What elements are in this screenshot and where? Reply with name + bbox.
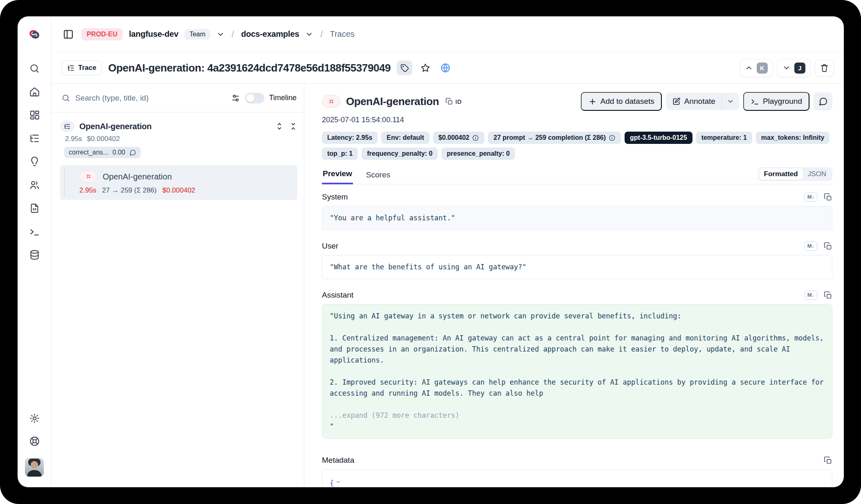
breadcrumb-section[interactable]: Traces bbox=[330, 29, 354, 39]
annotate-dropdown-chevron-icon[interactable] bbox=[722, 93, 739, 110]
tokens-badge: 27 prompt → 259 completion (Σ 286) bbox=[488, 132, 621, 144]
copy-icon[interactable] bbox=[824, 193, 832, 202]
public-globe-icon[interactable] bbox=[438, 61, 452, 75]
trace-tree-panel: Timeline OpenAI-generation bbox=[52, 84, 304, 487]
trace-score-badge[interactable]: correct_ans... 0.00 bbox=[64, 147, 141, 158]
assistant-paragraph: "Using an AI gateway in a system or netw… bbox=[330, 311, 825, 322]
assistant-label: Assistant bbox=[322, 291, 353, 300]
format-json-option[interactable]: JSON bbox=[803, 168, 831, 180]
timeline-toggle[interactable] bbox=[245, 93, 264, 103]
panel-left-toggle-icon[interactable] bbox=[61, 27, 75, 41]
metadata-label: Metadata bbox=[322, 456, 354, 465]
user-section: User M↓ "What are the benefits of using … bbox=[322, 242, 832, 279]
system-section: System M↓ "You are a helpful assistant." bbox=[322, 193, 832, 230]
assistant-closing-quote: " bbox=[330, 421, 825, 432]
trace-type-badge: Trace bbox=[61, 60, 102, 75]
tree-generation-row-selected[interactable]: OpenAI-generation 2.95s 27 → 259 (Σ 286)… bbox=[60, 165, 297, 200]
info-icon bbox=[609, 134, 616, 141]
shortcut-key-j: J bbox=[794, 63, 805, 74]
datasets-file-icon[interactable] bbox=[28, 202, 40, 214]
app-window: PROD-EU langfuse-dev Team / docs-example… bbox=[18, 16, 844, 487]
fold-all-icon[interactable] bbox=[289, 122, 297, 130]
score-value: 0.00 bbox=[112, 149, 125, 156]
tab-preview[interactable]: Preview bbox=[322, 169, 353, 184]
frequency-penalty-badge: frequency_penalty: 0 bbox=[362, 148, 438, 160]
playground-terminal-icon[interactable] bbox=[28, 225, 40, 237]
user-avatar[interactable] bbox=[25, 458, 44, 477]
markdown-toggle-icon[interactable]: M↓ bbox=[805, 291, 817, 300]
delete-trace-button[interactable] bbox=[815, 60, 834, 76]
assistant-paragraph: 1. Centralized management: An AI gateway… bbox=[330, 333, 825, 366]
trace-node-title: OpenAI-generation bbox=[79, 122, 152, 131]
tab-scores[interactable]: Scores bbox=[365, 170, 391, 184]
annotate-split-button: Annotate bbox=[666, 93, 739, 110]
star-bookmark-icon[interactable] bbox=[418, 61, 432, 75]
playground-button[interactable]: Playground bbox=[743, 92, 809, 111]
copy-icon[interactable] bbox=[824, 456, 832, 465]
previous-trace-button[interactable]: K bbox=[740, 59, 773, 77]
generation-cost: $0.000402 bbox=[162, 186, 195, 195]
search-icon bbox=[61, 94, 70, 103]
expand-content-link[interactable]: ...expand (972 more characters) bbox=[330, 411, 459, 419]
copy-id-button[interactable]: ID bbox=[445, 98, 462, 105]
comments-button[interactable] bbox=[814, 92, 832, 110]
trace-type-label: Trace bbox=[78, 64, 96, 72]
generation-latency: 2.95s bbox=[79, 186, 97, 195]
system-label: System bbox=[322, 193, 348, 202]
max-tokens-badge: max_tokens: Infinity bbox=[756, 132, 830, 144]
project-switcher-chevron-icon[interactable] bbox=[305, 30, 313, 38]
user-message-box: "What are the benefits of using an AI ga… bbox=[322, 255, 832, 279]
observation-detail-panel: OpenAI-generation ID Add to datasets bbox=[304, 84, 844, 487]
format-formatted-option[interactable]: Formatted bbox=[759, 168, 803, 180]
observation-title: OpenAI-generation bbox=[346, 95, 439, 108]
home-icon[interactable] bbox=[28, 85, 40, 98]
environment-badge: PROD-EU bbox=[81, 28, 123, 40]
observation-timestamp: 2025-07-01 15:54:00.114 bbox=[322, 116, 832, 124]
metadata-section: Metadata { bbox=[322, 456, 832, 487]
generation-type-icon bbox=[322, 95, 340, 108]
tree-trace-row[interactable]: OpenAI-generation bbox=[60, 121, 297, 132]
user-message-text: "What are the benefits of using an AI ga… bbox=[330, 262, 825, 273]
markdown-toggle-icon[interactable]: M↓ bbox=[805, 242, 817, 251]
next-trace-button[interactable]: J bbox=[777, 59, 811, 77]
generation-node-icon bbox=[79, 170, 97, 183]
unfold-all-icon[interactable] bbox=[275, 122, 283, 130]
dashboard-icon[interactable] bbox=[28, 109, 40, 121]
copy-icon[interactable] bbox=[824, 242, 832, 251]
org-name[interactable]: langfuse-dev bbox=[129, 29, 178, 39]
env-badge: Env: default bbox=[381, 132, 429, 144]
shortcut-key-k: K bbox=[757, 63, 768, 74]
search-icon[interactable] bbox=[28, 62, 40, 74]
model-badge[interactable]: gpt-3.5-turbo-0125 bbox=[625, 132, 692, 144]
tree-search-input[interactable] bbox=[75, 94, 226, 103]
comment-bubble-icon bbox=[129, 149, 136, 156]
observation-badges: Latency: 2.95s Env: default $0.000402 27… bbox=[322, 132, 832, 160]
tree-guide-line bbox=[64, 168, 65, 197]
copy-icon bbox=[445, 98, 453, 105]
filter-settings-icon[interactable] bbox=[231, 94, 240, 103]
timeline-toggle-label: Timeline bbox=[269, 94, 297, 102]
tag-icon[interactable] bbox=[397, 60, 412, 75]
tracing-icon[interactable] bbox=[28, 132, 40, 144]
generation-node-title: OpenAI-generation bbox=[103, 172, 172, 181]
comment-bubble-icon bbox=[818, 97, 828, 106]
langfuse-logo bbox=[18, 16, 51, 52]
info-icon bbox=[472, 134, 479, 141]
copy-icon[interactable] bbox=[824, 291, 832, 300]
support-lifebuoy-icon[interactable] bbox=[28, 435, 40, 447]
settings-gear-icon[interactable] bbox=[28, 412, 40, 424]
project-name[interactable]: docs-examples bbox=[241, 29, 299, 39]
add-to-datasets-button[interactable]: Add to datasets bbox=[581, 92, 662, 111]
users-icon[interactable] bbox=[28, 179, 40, 191]
org-switcher-chevron-icon[interactable] bbox=[216, 30, 225, 38]
user-label: User bbox=[322, 242, 338, 251]
database-icon[interactable] bbox=[28, 249, 40, 261]
markdown-toggle-icon[interactable]: M↓ bbox=[805, 193, 817, 202]
latency-badge: Latency: 2.95s bbox=[322, 132, 378, 144]
json-expand-chevron-icon[interactable] bbox=[335, 479, 341, 485]
breadcrumb-separator: / bbox=[319, 29, 324, 40]
prompts-lightbulb-icon[interactable] bbox=[28, 155, 40, 168]
top-p-badge: top_p: 1 bbox=[322, 148, 358, 160]
chevron-down-icon bbox=[782, 64, 791, 72]
annotate-button[interactable]: Annotate bbox=[666, 93, 722, 110]
